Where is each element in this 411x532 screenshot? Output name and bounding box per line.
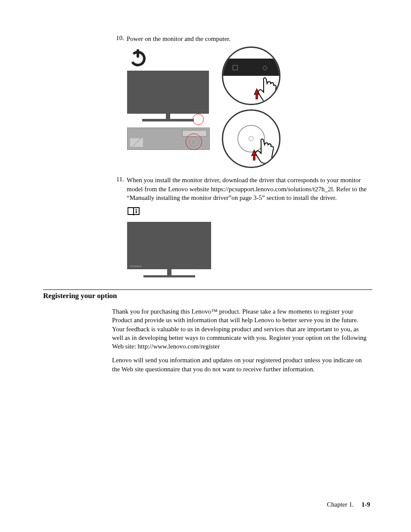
page-footer: Chapter 1. 1-9 [327, 501, 370, 508]
svg-rect-1 [137, 49, 139, 58]
list-item-step-10: 10. Power on the monitor and the compute… [112, 34, 372, 43]
page-number: 1-9 [355, 501, 370, 508]
step-text: Power on the monitor and the computer. [127, 34, 372, 43]
chapter-label: Chapter 1. [327, 501, 354, 508]
power-icon [127, 47, 149, 68]
paragraph: Lenovo will send you information and upd… [112, 356, 371, 373]
step-number: 10. [112, 34, 127, 43]
monitor-illustration: ThinkPad · · · · · [127, 222, 211, 277]
highlight-circle-icon [193, 114, 204, 125]
step-number: 11. [112, 176, 127, 202]
pc-illustration [127, 128, 209, 150]
section-divider [43, 289, 372, 290]
manual-icon [127, 206, 372, 218]
figure-power-on: · · · · · [127, 47, 372, 168]
section-body: Thank you for purchasing this Lenovo™ pr… [112, 307, 371, 373]
hand-press-icon [243, 129, 277, 166]
list-item-step-11: 11. When you install the monitor driver,… [112, 176, 372, 202]
step-text: When you install the monitor driver, dow… [127, 176, 372, 202]
figure-right-column [222, 47, 280, 168]
figure-left-column: · · · · · [127, 47, 209, 150]
paragraph: Thank you for purchasing this Lenovo™ pr… [112, 307, 371, 351]
zoom-pc-button [222, 109, 280, 168]
hand-press-icon [246, 68, 280, 105]
document-page: 10. Power on the monitor and the compute… [0, 0, 411, 532]
svg-point-4 [136, 209, 137, 210]
figure-driver-install: ThinkPad · · · · · [127, 206, 372, 277]
monitor-illustration: · · · · · [127, 71, 209, 121]
zoom-monitor-button [222, 47, 280, 105]
section-heading: Registering your option [43, 292, 372, 300]
svg-rect-5 [136, 211, 137, 213]
highlight-circle-icon [186, 134, 202, 150]
